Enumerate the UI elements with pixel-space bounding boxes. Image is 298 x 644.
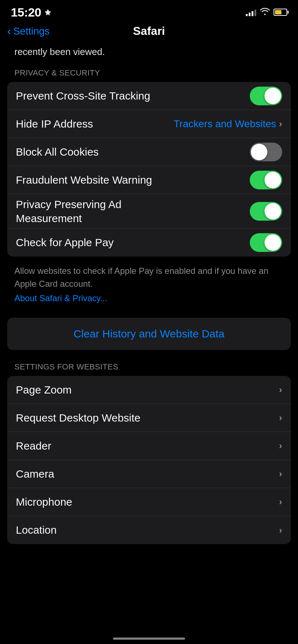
hide-ip-chevron-icon: ›: [279, 118, 282, 129]
apple-pay-row[interactable]: Check for Apple Pay: [7, 229, 291, 257]
home-indicator: [113, 638, 185, 640]
apple-pay-label: Check for Apple Pay: [16, 236, 250, 249]
safari-privacy-link[interactable]: About Safari & Privacy...: [0, 293, 298, 310]
website-settings-group: Page Zoom › Request Desktop Website › Re…: [7, 376, 291, 544]
page-title: Safari: [133, 24, 165, 38]
reader-label: Reader: [16, 440, 279, 452]
signal-icon: [246, 8, 256, 16]
content: recently been viewed. PRIVACY & SECURITY…: [0, 43, 298, 561]
privacy-ad-row[interactable]: Privacy Preserving AdMeasurement: [7, 194, 291, 229]
apple-pay-toggle[interactable]: [250, 233, 282, 252]
wifi-icon: [260, 7, 270, 17]
clear-history-group: Clear History and Website Data: [7, 318, 291, 350]
block-cookies-label: Block All Cookies: [16, 146, 250, 158]
prevent-cross-site-toggle[interactable]: [250, 87, 282, 105]
back-label: Settings: [13, 26, 50, 37]
privacy-ad-toggle[interactable]: [250, 202, 282, 221]
privacy-security-header: PRIVACY & SECURITY: [0, 65, 298, 82]
toggle-knob: [265, 234, 281, 251]
status-bar: 15:20: [0, 0, 298, 22]
page-zoom-chevron-icon: ›: [279, 384, 282, 395]
camera-label: Camera: [16, 468, 279, 480]
nav-header: ‹ Settings Safari: [0, 22, 298, 43]
location-icon: [44, 8, 52, 16]
clear-history-button[interactable]: Clear History and Website Data: [7, 318, 291, 350]
privacy-ad-label: Privacy Preserving AdMeasurement: [16, 197, 250, 225]
request-desktop-label: Request Desktop Website: [16, 412, 279, 424]
toggle-knob: [265, 172, 281, 188]
prevent-cross-site-label: Prevent Cross-Site Tracking: [16, 90, 250, 102]
hide-ip-row[interactable]: Hide IP Address Trackers and Websites ›: [7, 110, 291, 138]
hide-ip-label: Hide IP Address: [16, 118, 174, 130]
toggle-knob: [265, 88, 281, 104]
microphone-row[interactable]: Microphone ›: [7, 488, 291, 516]
status-icons: [246, 7, 287, 17]
location-row[interactable]: Location ›: [7, 516, 291, 544]
microphone-label: Microphone: [16, 496, 279, 508]
fraudulent-warning-toggle[interactable]: [250, 171, 282, 189]
status-time: 15:20: [11, 5, 41, 19]
location-chevron-icon: ›: [279, 525, 282, 536]
apple-pay-footer: Allow websites to check if Apple Pay is …: [0, 259, 298, 293]
prevent-cross-site-row[interactable]: Prevent Cross-Site Tracking: [7, 82, 291, 110]
page-zoom-row[interactable]: Page Zoom ›: [7, 376, 291, 404]
reader-row[interactable]: Reader ›: [7, 432, 291, 460]
hide-ip-value: Trackers and Websites ›: [174, 118, 282, 130]
camera-row[interactable]: Camera ›: [7, 460, 291, 488]
reader-chevron-icon: ›: [279, 440, 282, 451]
partial-description: recently been viewed.: [0, 43, 298, 65]
request-desktop-chevron-icon: ›: [279, 412, 282, 423]
block-cookies-toggle[interactable]: [250, 143, 282, 161]
back-button[interactable]: ‹ Settings: [7, 24, 50, 38]
block-cookies-row[interactable]: Block All Cookies: [7, 138, 291, 166]
fraudulent-warning-label: Fraudulent Website Warning: [16, 174, 250, 186]
camera-chevron-icon: ›: [279, 468, 282, 479]
clear-history-label: Clear History and Website Data: [73, 328, 225, 340]
microphone-chevron-icon: ›: [279, 496, 282, 507]
toggle-knob: [251, 144, 267, 160]
request-desktop-row[interactable]: Request Desktop Website ›: [7, 404, 291, 432]
website-settings-header: SETTINGS FOR WEBSITES: [0, 359, 298, 376]
toggle-knob: [265, 203, 281, 220]
page-zoom-label: Page Zoom: [16, 384, 279, 396]
battery-icon: [274, 9, 287, 16]
back-chevron-icon: ‹: [7, 24, 11, 38]
hide-ip-current-value: Trackers and Websites: [174, 118, 276, 130]
fraudulent-warning-row[interactable]: Fraudulent Website Warning: [7, 166, 291, 194]
location-label: Location: [16, 524, 279, 536]
privacy-security-group: Prevent Cross-Site Tracking Hide IP Addr…: [7, 82, 291, 257]
